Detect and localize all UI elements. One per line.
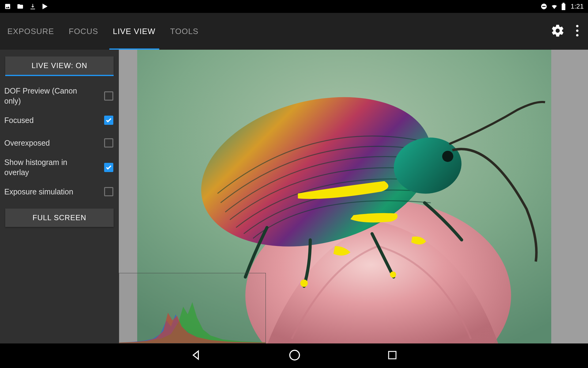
svg-point-12 bbox=[300, 279, 308, 287]
option-overexposed[interactable]: Overexposed bbox=[4, 132, 115, 154]
option-focused[interactable]: Focused bbox=[4, 109, 115, 132]
live-view-toggle-button[interactable]: LIVE VIEW: ON bbox=[5, 56, 114, 75]
full-screen-button[interactable]: FULL SCREEN bbox=[5, 209, 114, 227]
option-label: DOF Preview (Canon only) bbox=[4, 86, 93, 106]
svg-point-5 bbox=[576, 29, 579, 32]
folder-icon bbox=[17, 3, 24, 10]
option-dof-preview[interactable]: DOF Preview (Canon only) bbox=[4, 83, 115, 109]
svg-point-14 bbox=[290, 350, 300, 360]
svg-point-4 bbox=[576, 25, 579, 27]
download-icon bbox=[29, 3, 36, 10]
option-label: Show histogram in overlay bbox=[4, 157, 93, 177]
option-show-histogram[interactable]: Show histogram in overlay bbox=[4, 154, 115, 180]
svg-point-13 bbox=[390, 271, 396, 278]
settings-icon[interactable] bbox=[551, 24, 565, 39]
recents-icon[interactable] bbox=[387, 350, 398, 362]
option-label: Exposure simulation bbox=[4, 187, 73, 197]
tab-bar: EXPOSURE FOCUS LIVE VIEW TOOLS bbox=[7, 13, 199, 50]
checkbox[interactable] bbox=[104, 138, 113, 148]
do-not-disturb-icon bbox=[541, 3, 547, 10]
histogram-overlay bbox=[119, 273, 266, 343]
battery-icon bbox=[561, 3, 566, 10]
image-icon bbox=[4, 3, 11, 10]
wifi-icon bbox=[550, 3, 558, 10]
svg-rect-15 bbox=[389, 351, 396, 359]
option-exposure-simulation[interactable]: Exposure simulation bbox=[4, 180, 115, 203]
home-icon[interactable] bbox=[288, 349, 301, 363]
tab-exposure[interactable]: EXPOSURE bbox=[7, 13, 55, 50]
option-label: Focused bbox=[4, 115, 34, 125]
android-status-bar: 1:21 bbox=[0, 0, 588, 13]
svg-point-11 bbox=[442, 151, 453, 162]
checkbox[interactable] bbox=[104, 187, 113, 196]
svg-point-6 bbox=[576, 34, 579, 36]
svg-rect-1 bbox=[542, 6, 546, 7]
svg-rect-2 bbox=[562, 4, 565, 10]
live-view-sidebar: LIVE VIEW: ON DOF Preview (Canon only) F… bbox=[0, 50, 119, 343]
play-store-icon bbox=[42, 3, 48, 10]
tab-tools[interactable]: TOOLS bbox=[170, 13, 199, 50]
checkbox[interactable] bbox=[104, 91, 113, 101]
tab-live-view[interactable]: LIVE VIEW bbox=[112, 13, 156, 50]
more-vert-icon[interactable] bbox=[576, 25, 579, 38]
app-toolbar: EXPOSURE FOCUS LIVE VIEW TOOLS bbox=[0, 13, 588, 50]
status-time: 1:21 bbox=[571, 2, 584, 10]
live-view-viewport[interactable] bbox=[119, 50, 588, 343]
option-label: Overexposed bbox=[4, 138, 50, 148]
tab-focus[interactable]: FOCUS bbox=[68, 13, 99, 50]
checkbox[interactable] bbox=[104, 116, 113, 125]
content-area: LIVE VIEW: ON DOF Preview (Canon only) F… bbox=[0, 50, 588, 343]
android-nav-bar bbox=[0, 343, 588, 368]
back-icon[interactable] bbox=[190, 349, 202, 362]
checkbox[interactable] bbox=[104, 163, 113, 172]
svg-rect-3 bbox=[563, 3, 564, 4]
